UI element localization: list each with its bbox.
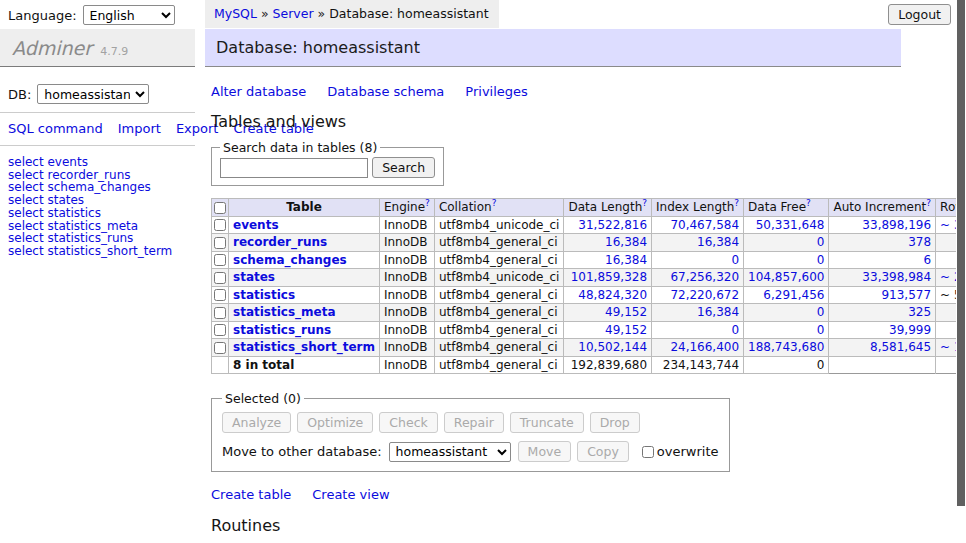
data-free-link[interactable]: 50,331,648 [756,218,825,232]
sidebar-select-table-link[interactable]: select statistics [8,207,195,220]
analyze-button[interactable]: Analyze [222,412,291,433]
collation-cell: utf8mb4_general_ci [434,321,564,339]
app-name: Adminer [12,37,92,59]
check-button[interactable]: Check [379,412,437,433]
data-length-link[interactable]: 49,152 [605,323,647,337]
database-action-link[interactable]: Alter database [211,84,306,99]
table-name-link[interactable]: states [233,270,275,284]
data-length-link[interactable]: 49,152 [605,305,647,319]
database-action-link[interactable]: Privileges [465,84,528,99]
data-length-link[interactable]: 101,859,328 [571,270,647,284]
data-free-link[interactable]: 0 [817,323,825,337]
help-link[interactable]: ? [492,198,497,208]
search-button[interactable]: Search [372,157,435,178]
create-link[interactable]: Create table [211,487,291,502]
sidebar-action-link[interactable]: SQL command [8,121,103,136]
data-free-link[interactable]: 6,291,456 [763,288,824,302]
data-free-link[interactable]: 0 [817,235,825,249]
breadcrumb-separator: » [318,6,326,21]
optimize-button[interactable]: Optimize [297,412,373,433]
index-length-link[interactable]: 24,166,400 [670,340,739,354]
index-length-link[interactable]: 70,467,584 [670,218,739,232]
table-name-link[interactable]: statistics_short_term [233,340,375,354]
auto-increment-link[interactable]: 378 [908,235,931,249]
page-title: Database: homeassistant [205,29,901,67]
create-link[interactable]: Create view [312,487,389,502]
index-length-link[interactable]: 72,220,672 [670,288,739,302]
index-length-link[interactable]: 67,256,320 [670,270,739,284]
breadcrumb-item[interactable]: MySQL [214,6,257,21]
help-link[interactable]: ? [926,198,931,208]
sidebar-select-table-link[interactable]: select statistics_short_term [8,245,195,258]
auto-increment-link[interactable]: 33,898,196 [862,218,931,232]
table-row: statistics_runsInnoDButf8mb4_general_ci4… [212,321,966,339]
data-length-link[interactable]: 10,502,144 [578,340,647,354]
database-action-link[interactable]: Database schema [327,84,444,99]
language-form: Language: English [8,5,175,25]
row-checkbox[interactable] [214,219,226,231]
data-length-link[interactable]: 16,384 [605,235,647,249]
auto-increment-link[interactable]: 6 [923,253,931,267]
help-link[interactable]: ? [642,198,647,208]
collation-cell: utf8mb4_unicode_ci [434,269,564,287]
repair-button[interactable]: Repair [444,412,504,433]
row-checkbox[interactable] [214,272,226,284]
table-total-row: 8 in totalInnoDButf8mb4_general_ci192,83… [212,356,966,374]
data-length-link[interactable]: 16,384 [605,253,647,267]
index-length-link[interactable]: 0 [731,253,739,267]
row-checkbox[interactable] [214,237,226,249]
move-button[interactable]: Move [518,441,572,462]
row-checkbox[interactable] [214,254,226,266]
scrollbar-thumb[interactable] [957,0,965,506]
engine-cell: InnoDB [379,216,434,234]
auto-increment-link[interactable]: 325 [908,305,931,319]
data-free-link[interactable]: 104,857,600 [748,270,824,284]
search-input[interactable] [220,158,368,178]
index-length-link[interactable]: 16,384 [697,235,739,249]
row-checkbox[interactable] [214,307,226,319]
db-select[interactable]: homeassistant [37,84,149,104]
index-length-link[interactable]: 0 [731,323,739,337]
table-name-link[interactable]: statistics_meta [233,305,336,319]
table-header-row: TableEngine?Collation?Data Length?Index … [212,199,966,217]
data-free-link[interactable]: 188,743,680 [748,340,824,354]
sidebar-select-table-link[interactable]: select events [8,156,195,169]
logout-button[interactable]: Logout [888,4,951,25]
language-select[interactable]: English [83,5,175,25]
engine-cell: InnoDB [379,286,434,304]
data-free-link[interactable]: 0 [817,253,825,267]
breadcrumb-item[interactable]: Server [273,6,314,21]
table-name-link[interactable]: events [233,218,279,232]
engine-cell: InnoDB [379,269,434,287]
copy-button[interactable]: Copy [577,441,629,462]
auto-increment-link[interactable]: 8,581,645 [870,340,931,354]
auto-increment-link[interactable]: 913,577 [881,288,931,302]
table-name-link[interactable]: statistics [233,288,295,302]
data-free-link[interactable]: 0 [817,305,825,319]
move-row: Move to other database: homeassistant Mo… [222,441,719,462]
data-length-link[interactable]: 48,824,320 [578,288,647,302]
select-all-checkbox[interactable] [214,202,226,214]
drop-button[interactable]: Drop [590,412,640,433]
vertical-scrollbar[interactable] [956,0,966,543]
row-checkbox[interactable] [214,342,226,354]
sidebar-action-link[interactable]: Import [118,121,161,136]
column-header-data-length: Data Length? [564,199,652,217]
move-db-select[interactable]: homeassistant [389,442,511,462]
help-link[interactable]: ? [425,198,430,208]
help-link[interactable]: ? [806,198,811,208]
table-name-link[interactable]: recorder_runs [233,235,327,249]
table-name-link[interactable]: statistics_runs [233,323,331,337]
table-row: statisticsInnoDButf8mb4_general_ci48,824… [212,286,966,304]
auto-increment-link[interactable]: 39,999 [889,323,931,337]
help-link[interactable]: ? [734,198,739,208]
row-checkbox[interactable] [214,289,226,301]
row-checkbox[interactable] [214,324,226,336]
table-name-link[interactable]: schema_changes [233,253,347,267]
sidebar-select-table-link[interactable]: select states [8,194,195,207]
auto-increment-link[interactable]: 33,398,984 [862,270,931,284]
index-length-link[interactable]: 16,384 [697,305,739,319]
data-length-link[interactable]: 31,522,816 [578,218,647,232]
truncate-button[interactable]: Truncate [510,412,584,433]
overwrite-checkbox[interactable] [642,446,654,458]
